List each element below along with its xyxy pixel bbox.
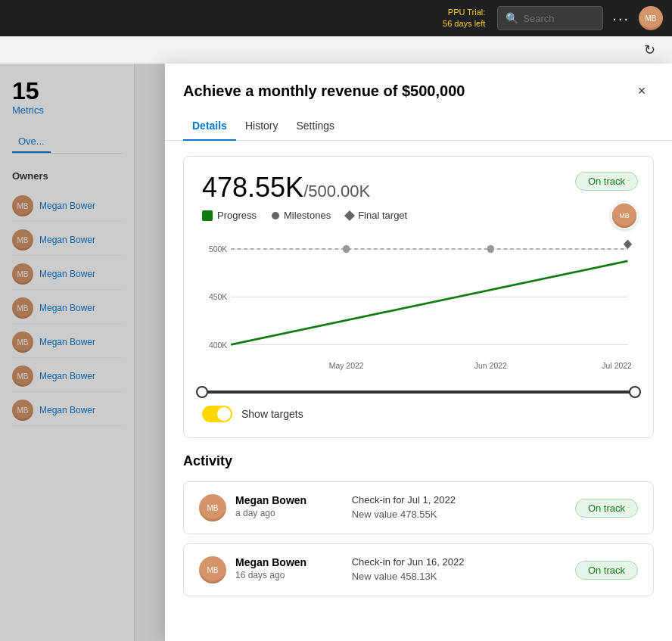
modal-tabs: Details History Settings (165, 112, 672, 141)
legend-final-target: Final target (346, 210, 407, 221)
refresh-bar: ↻ (0, 36, 672, 64)
avatar: MB (199, 556, 226, 583)
search-box[interactable]: 🔍 (497, 6, 603, 30)
modal-close-button[interactable]: × (630, 79, 654, 103)
activity-info: Megan Bowen 16 days ago (235, 556, 343, 580)
svg-text:450K: 450K (209, 292, 228, 302)
tab-details[interactable]: Details (183, 112, 236, 141)
svg-point-8 (487, 245, 495, 254)
svg-text:400K: 400K (209, 340, 228, 350)
svg-text:Jul 2022: Jul 2022 (602, 360, 632, 370)
progress-legend-label: Progress (217, 210, 257, 221)
activity-time: 16 days ago (235, 570, 343, 580)
main-content: 15 Metrics Ove... Owners MB Megan Bower … (0, 64, 672, 641)
show-targets-label: Show targets (241, 408, 303, 420)
svg-marker-9 (624, 239, 632, 249)
tab-settings[interactable]: Settings (287, 112, 344, 141)
chart-svg: 500K 450K 400K (202, 233, 635, 384)
show-targets-toggle[interactable] (202, 406, 232, 422)
avatar-image: MB (639, 6, 663, 30)
range-handle-left[interactable] (196, 386, 208, 398)
activity-user: Megan Bowen (235, 556, 343, 568)
chart-area: 500K 450K 400K (202, 233, 635, 384)
activity-item: MB Megan Bowen a day ago Check-in for Ju… (183, 481, 654, 534)
ppu-label: PPU Trial: (448, 8, 486, 17)
final-target-legend-label: Final target (358, 210, 407, 221)
modal-overlay: Achieve a monthly revenue of $500,000 × … (0, 64, 672, 641)
activity-details: Check-in for Jul 1, 2022 New value 478.5… (352, 494, 566, 520)
metric-target-value: 500.00K (308, 182, 370, 201)
activity-user: Megan Bowen (235, 494, 343, 506)
user-avatar-top[interactable]: MB (639, 6, 663, 30)
activity-checkin: Check-in for Jun 16, 2022 (352, 556, 566, 568)
progress-legend-icon (202, 210, 213, 221)
modal-panel: Achieve a monthly revenue of $500,000 × … (165, 64, 672, 641)
on-track-badge: On track (575, 172, 638, 191)
legend-milestones: Milestones (272, 210, 331, 221)
activity-section: Activity MB Megan Bowen a day ago Check-… (183, 453, 654, 596)
topbar: PPU Trial: 56 days left 🔍 ··· MB (0, 0, 672, 36)
range-handle-right[interactable] (629, 386, 641, 398)
activity-item: MB Megan Bowen 16 days ago Check-in for … (183, 543, 654, 596)
activity-value: New value 478.55K (352, 509, 566, 520)
legend-progress: Progress (202, 210, 257, 221)
final-target-legend-icon (344, 210, 355, 220)
search-icon: 🔍 (506, 12, 518, 24)
search-input[interactable] (523, 13, 595, 24)
chart-legend: Progress Milestones Final target (202, 210, 635, 221)
activity-details: Check-in for Jun 16, 2022 New value 458.… (352, 556, 566, 582)
svg-point-7 (343, 245, 350, 254)
refresh-button[interactable]: ↻ (639, 39, 660, 61)
milestones-legend-label: Milestones (284, 210, 331, 221)
tab-history[interactable]: History (236, 112, 288, 141)
activity-checkin: Check-in for Jul 1, 2022 (352, 494, 566, 506)
metric-current-value: 478.55K (202, 172, 303, 203)
activity-status-badge: On track (575, 499, 638, 518)
activity-time: a day ago (235, 508, 343, 518)
activity-title: Activity (183, 453, 654, 469)
svg-text:Jun 2022: Jun 2022 (474, 360, 507, 370)
modal-body: 478.55K/500.00K On track MB Progress (165, 141, 672, 641)
range-slider[interactable] (202, 391, 635, 394)
activity-value: New value 458.13K (352, 571, 566, 582)
more-options-button[interactable]: ··· (609, 7, 633, 30)
ppu-trial-text: PPU Trial: 56 days left (443, 7, 485, 30)
avatar: MB (199, 494, 226, 521)
toggle-knob (217, 407, 231, 421)
range-slider-container[interactable] (202, 391, 635, 394)
svg-text:500K: 500K (209, 244, 228, 254)
svg-text:May 2022: May 2022 (329, 360, 364, 370)
chart-user-avatar: MB (611, 202, 638, 229)
activity-info: Megan Bowen a day ago (235, 494, 343, 518)
activity-status-badge: On track (575, 561, 638, 580)
metric-value-display: 478.55K/500.00K (202, 172, 635, 204)
modal-header: Achieve a monthly revenue of $500,000 × (165, 64, 672, 103)
show-targets-row: Show targets (202, 406, 635, 422)
metric-value-section: 478.55K/500.00K On track MB Progress (183, 156, 654, 438)
ppu-days: 56 days left (443, 19, 485, 28)
modal-title: Achieve a monthly revenue of $500,000 (183, 82, 465, 100)
milestones-legend-icon (272, 212, 279, 219)
